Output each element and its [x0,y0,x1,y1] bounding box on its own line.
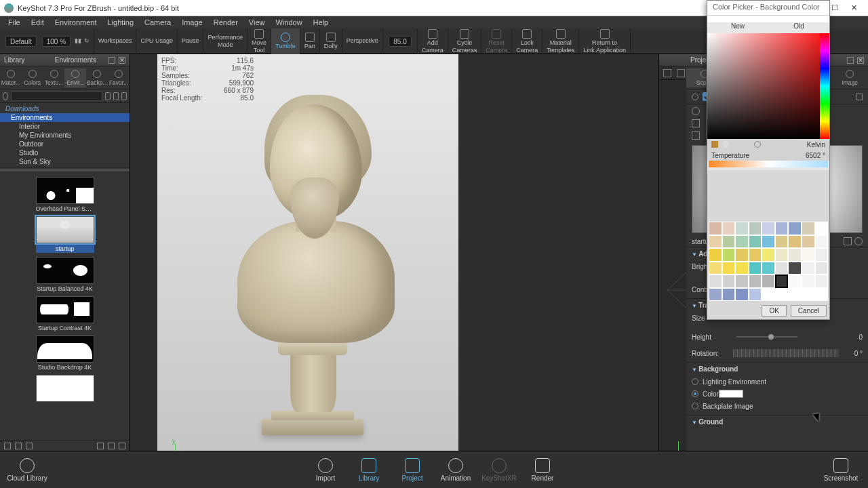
height-slider[interactable] [736,334,797,340]
env-plus-icon[interactable] [692,119,700,127]
palette-swatch[interactable] [749,262,762,275]
bg-color-radio[interactable]: Color [692,388,863,400]
cycle-cameras-button[interactable]: CycleCameras [448,28,482,54]
sort-icon[interactable] [113,92,119,100]
tab-image[interactable]: Image [831,68,868,87]
palette-swatch[interactable] [775,222,789,235]
lock-camera-button[interactable]: LockCamera [512,28,542,54]
dolly-button[interactable]: Dolly [320,28,342,54]
close-project-icon[interactable] [857,57,864,64]
lock-env-icon[interactable] [856,94,863,100]
menu-image[interactable]: Image [178,18,207,27]
animation-button[interactable]: Animation [434,458,477,482]
palette-swatch[interactable] [722,235,736,249]
palette-swatch[interactable] [788,248,802,262]
palette-swatch[interactable] [775,274,789,288]
palette-swatch[interactable] [815,248,829,262]
menu-window[interactable]: Window [271,18,306,27]
palette-swatch[interactable] [735,274,749,288]
folder-icon[interactable] [844,237,852,245]
palette-swatch[interactable] [775,262,789,275]
palette-swatch[interactable] [815,235,829,249]
pause-button[interactable]: Pause [178,28,204,54]
undock-icon[interactable] [108,57,115,64]
env-trash-icon[interactable] [692,131,700,140]
tab-textures[interactable]: Textu... [43,68,65,87]
close-panel-icon[interactable] [119,57,125,64]
palette-swatch[interactable] [735,235,749,249]
palette-swatch[interactable] [709,262,722,275]
bg-backplate-radio[interactable]: Backplate Image [692,400,863,412]
tree-studio[interactable]: Studio [0,148,130,157]
render-viewport[interactable]: FPS:115.6 Time:1m 47s Samples:762 Triang… [130,54,658,451]
picker-gear-icon[interactable] [754,141,761,148]
import-button[interactable]: Import [304,458,347,482]
cloud-library-button[interactable]: Cloud Library [5,458,49,482]
palette-swatch[interactable] [735,248,749,262]
menu-lighting[interactable]: Lighting [103,18,138,27]
tab-favorites[interactable]: Favor... [108,68,130,87]
palette-swatch[interactable] [762,274,775,288]
workspaces-button[interactable]: Workspaces [94,28,136,54]
cpu-usage-button[interactable]: CPU Usage [136,28,178,54]
keyshotxr-button[interactable]: KeyShotXR [477,458,521,482]
palette-swatch[interactable] [709,235,722,249]
tree-interior[interactable]: Interior [0,122,130,131]
tab-environments[interactable]: Envir... [64,68,86,87]
palette-swatch[interactable] [762,288,775,302]
tab-backplates[interactable]: Backp... [86,68,108,87]
palette-swatch[interactable] [802,248,815,262]
thumb-blank[interactable] [35,375,96,403]
tab-colors[interactable]: Colors [22,68,43,87]
reload-icon[interactable] [854,237,863,245]
list-view-icon[interactable] [4,443,11,449]
palette-swatch[interactable] [788,222,802,235]
bg-color-swatch[interactable] [719,390,743,398]
undock3-icon[interactable] [847,57,854,64]
tree-my-environments[interactable]: My Environments [0,131,130,140]
palette-swatch[interactable] [788,274,802,288]
geom-gear-icon[interactable] [663,69,671,77]
menu-camera[interactable]: Camera [140,18,175,27]
screenshot-button[interactable]: Screenshot [819,458,863,482]
tree-environments[interactable]: Environments [0,113,130,122]
menu-environment[interactable]: Environment [51,18,101,27]
palette-swatch[interactable] [775,248,789,262]
tumble-button[interactable]: Tumble [271,28,300,54]
env-globe2-icon[interactable] [692,107,700,115]
geom-persp-icon[interactable] [677,69,685,77]
menu-render[interactable]: Render [210,18,242,27]
menu-help[interactable]: Help [309,18,333,27]
palette-swatch[interactable] [722,274,736,288]
palette-swatch[interactable] [722,288,736,302]
picker-ok-button[interactable]: OK [762,305,786,317]
library-dock-button[interactable]: Library [347,458,391,482]
project-dock-button[interactable]: Project [391,458,434,482]
palette-swatch[interactable] [762,248,775,262]
focal-length-field[interactable]: 85.0 [383,28,418,54]
palette-swatch[interactable] [802,222,815,235]
return-link-button[interactable]: Return toLink Application [579,28,631,54]
pan-button[interactable]: Pan [300,28,320,54]
palette-swatch[interactable] [788,262,802,275]
thumb-overhead[interactable]: Overhead Panel Soft Sp... [35,177,96,212]
palette-swatch[interactable] [709,222,722,235]
palette-swatch[interactable] [788,235,802,249]
palette-swatch[interactable] [802,274,815,288]
import-icon[interactable] [119,443,125,449]
move-tool-button[interactable]: MoveTool [248,28,271,54]
maximize-button[interactable]: ☐ [830,3,840,12]
palette-swatch[interactable] [775,235,789,249]
palette-swatch[interactable] [762,235,775,249]
thumb-balanced[interactable]: Startup Balanced 4K [35,257,96,292]
palette-swatch[interactable] [815,288,829,302]
palette-swatch[interactable] [749,274,762,288]
menu-view[interactable]: View [245,18,269,27]
palette-swatch[interactable] [815,222,829,235]
palette-swatch[interactable] [749,222,762,235]
palette-swatch[interactable] [749,248,762,262]
palette-swatch[interactable] [735,222,749,235]
reset-camera-button[interactable]: ResetCamera [481,28,512,54]
saturation-value-field[interactable] [707,33,820,139]
rotation-ruler[interactable] [732,348,840,358]
